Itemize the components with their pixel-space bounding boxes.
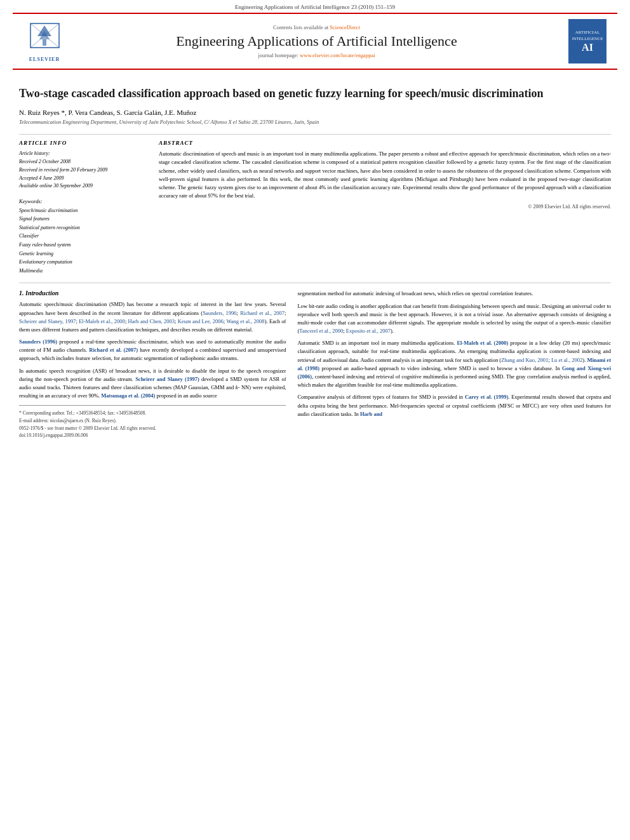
right-para-4: Comparative analysis of different types …	[297, 393, 611, 418]
ref-scheirer1997[interactable]: Scheirer and Slaney, 1997	[19, 318, 76, 324]
homepage-label: journal homepage:	[258, 52, 298, 58]
abstract-text: Automatic discrimination of speech and m…	[159, 150, 611, 200]
ref-zhang-kuo[interactable]: Zhang and Kuo, 2001	[501, 357, 548, 363]
ref-elmaleh2000[interactable]: El-Maleh et al., 2000	[79, 318, 125, 324]
sciencedirect-line: Contents lists available at ScienceDirec…	[70, 24, 563, 30]
ref-wang2008[interactable]: Wang et al., 2008	[226, 318, 264, 324]
accepted: Accepted 4 June 2009	[19, 175, 146, 183]
right-para-1: segmentation method for automatic indexi…	[297, 290, 611, 298]
issn-line: 0952-1976/$ - see front matter © 2009 El…	[19, 425, 286, 431]
keyword-6: Genetic learning	[19, 250, 146, 258]
body-columns: 1. Introduction Automatic speech/music d…	[19, 283, 611, 437]
homepage-link[interactable]: www.elsevier.com/locate/engappai	[300, 52, 375, 58]
page-wrapper: Engineering Applications of Artificial I…	[0, 0, 630, 840]
authors: N. Ruiz Reyes *, P. Vera Candeas, S. Gar…	[19, 109, 611, 116]
svg-text:AI: AI	[582, 42, 593, 53]
available-online: Available online 30 September 2009	[19, 182, 146, 190]
ref-saunders1996[interactable]: Saunders, 1996	[203, 310, 236, 316]
main-content: Two-stage cascaded classification approa…	[0, 70, 630, 448]
abstract-section: ABSTRACT Automatic discrimination of spe…	[159, 140, 611, 275]
right-para-3: Automatic SMD is an important tool in ma…	[297, 339, 611, 389]
elsevier-logo-svg	[27, 20, 62, 55]
footnote-email: E-mail address: nicolas@ujaen.es (N. Rui…	[19, 417, 286, 424]
affiliation: Telecommunication Engineering Department…	[19, 119, 611, 126]
article-history: Article history: Received 2 October 2008…	[19, 150, 146, 190]
ref-richard2007-2[interactable]: Richard et al. (2007)	[89, 347, 138, 353]
keyword-8: Multimedia	[19, 267, 146, 276]
ai-journal-logo: ARTIFICIAL INTELLIGENCE AI	[572, 22, 603, 60]
keyword-1: Speech/music discrimination	[19, 206, 146, 215]
info-columns: ARTICLE INFO Article history: Received 2…	[19, 134, 611, 275]
footnote-section: * Corresponding author. Tel.: +349536485…	[19, 405, 286, 438]
ref-keum2006[interactable]: Keum and Lee, 2006	[178, 318, 224, 324]
intro-para-2: Saunders (1996) proposed a real-time spe…	[19, 338, 286, 363]
journal-header: ELSEVIER Contents lists available at Sci…	[13, 13, 617, 70]
header-center: Contents lists available at ScienceDirec…	[70, 24, 563, 58]
sciencedirect-link[interactable]: ScienceDirect	[330, 24, 360, 30]
intro-para-1: Automatic speech/music discrimination (S…	[19, 300, 286, 334]
keywords-section: Keywords: Speech/music discrimination Si…	[19, 197, 146, 275]
ref-saunders1996-2[interactable]: Saunders (1996)	[19, 338, 57, 345]
elsevier-text: ELSEVIER	[29, 57, 60, 62]
paper-title: Two-stage cascaded classification approa…	[19, 86, 611, 101]
received-revised: Received in revised form 20 February 200…	[19, 166, 146, 175]
ref-elmaleh2000-2[interactable]: El-Maleh et al. (2000)	[457, 340, 508, 346]
keyword-4: Classifier	[19, 232, 146, 241]
sciencedirect-label: Contents lists available at	[273, 24, 328, 30]
keyword-7: Evolutionary computation	[19, 258, 146, 267]
ref-harb2003[interactable]: Harb and Chen, 2003	[128, 318, 175, 324]
elsevier-logo-area: ELSEVIER	[19, 20, 70, 62]
ref-tancerel2000[interactable]: Tancerel et al., 2000	[299, 328, 343, 334]
article-info: ARTICLE INFO Article history: Received 2…	[19, 140, 146, 275]
footnote-star: * Corresponding author. Tel.: +349536485…	[19, 410, 286, 417]
journal-title: Engineering Applications of Artificial I…	[70, 33, 563, 50]
svg-text:ARTIFICIAL: ARTIFICIAL	[575, 30, 599, 35]
journal-homepage: journal homepage: www.elsevier.com/locat…	[70, 52, 563, 58]
keywords-title: Keywords:	[19, 197, 146, 206]
svg-rect-5	[43, 39, 46, 46]
svg-text:INTELLIGENCE: INTELLIGENCE	[572, 36, 603, 41]
keyword-2: Signal features	[19, 215, 146, 223]
header-right-logo: ARTIFICIAL INTELLIGENCE AI	[563, 19, 611, 63]
ai-logo-box: ARTIFICIAL INTELLIGENCE AI	[568, 19, 607, 63]
keyword-5: Fuzzy rules-based system	[19, 241, 146, 250]
right-para-2: Low bit-rate audio coding is another app…	[297, 302, 611, 336]
journal-ref-bar: Engineering Applications of Artificial I…	[0, 0, 630, 13]
doi-line: doi:10.1016/j.engappai.2009.06.006	[19, 432, 286, 438]
ref-richard2007[interactable]: Richard et al., 2007	[240, 310, 285, 316]
journal-ref-text: Engineering Applications of Artificial I…	[235, 4, 395, 10]
copyright-line: © 2009 Elsevier Ltd. All rights reserved…	[159, 204, 611, 210]
ref-gong2006[interactable]: Gong and Xiong-wei (2006)	[297, 365, 611, 380]
section-1-title: 1. Introduction	[19, 290, 286, 297]
col-left: 1. Introduction Automatic speech/music d…	[19, 290, 286, 437]
svg-rect-6	[572, 22, 603, 60]
received: Received 2 October 2008	[19, 158, 146, 166]
col-right: segmentation method for automatic indexi…	[297, 290, 611, 437]
history-title: Article history:	[19, 150, 146, 158]
ref-scheirer-slaney[interactable]: Scheirer and Slaney (1997)	[135, 376, 199, 382]
ref-exposito2007[interactable]: Exposito et al., 2007	[346, 328, 391, 334]
article-info-title: ARTICLE INFO	[19, 140, 146, 146]
ref-carey1999[interactable]: Carey et al. (1999)	[465, 394, 508, 400]
keyword-3: Statistical pattern recognition	[19, 223, 146, 232]
ref-harb-end[interactable]: Harb and	[360, 411, 382, 417]
ref-lu2002[interactable]: Lu et al., 2002	[551, 357, 582, 363]
abstract-title: ABSTRACT	[159, 140, 611, 146]
intro-para-3: In automatic speech recognition (ASR) of…	[19, 367, 286, 401]
ref-matsunaga2004[interactable]: Matsunaga et al. (2004)	[101, 392, 155, 399]
